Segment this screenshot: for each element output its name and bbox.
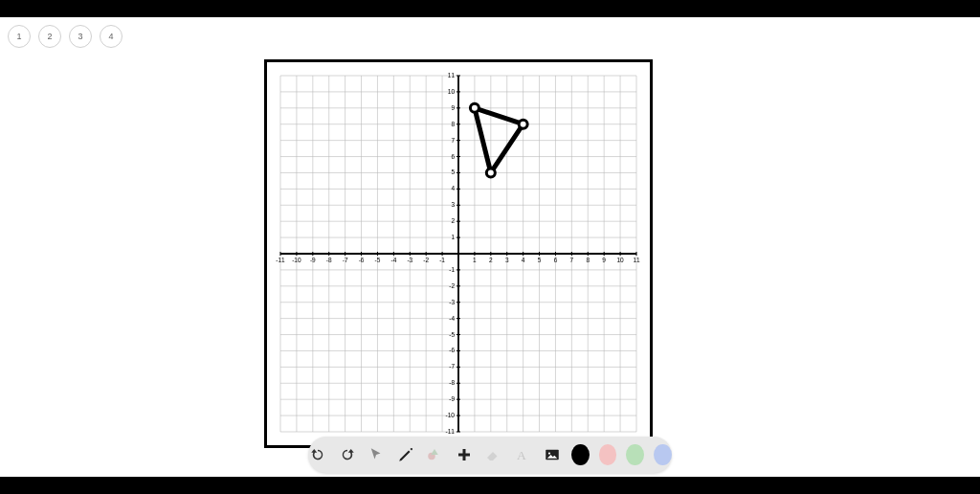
svg-text:-11: -11 (276, 257, 285, 263)
svg-point-138 (519, 120, 527, 128)
svg-text:10: 10 (616, 257, 624, 263)
page-button-2[interactable]: 2 (38, 25, 61, 48)
svg-text:11: 11 (633, 257, 640, 263)
redo-icon (339, 446, 356, 463)
svg-text:7: 7 (451, 137, 455, 144)
page-button-4[interactable]: 4 (100, 25, 122, 48)
redo-button[interactable] (338, 443, 358, 466)
shapes-icon (426, 446, 443, 463)
svg-text:-2: -2 (423, 257, 429, 263)
svg-text:9: 9 (602, 257, 606, 263)
svg-text:-7: -7 (449, 363, 455, 370)
svg-text:-3: -3 (407, 257, 412, 263)
svg-text:6: 6 (554, 257, 558, 263)
select-button[interactable] (367, 443, 387, 466)
svg-point-139 (486, 168, 495, 177)
svg-text:5: 5 (538, 257, 542, 263)
page-navigation: 1 2 3 4 (8, 25, 122, 48)
text-icon: A (514, 446, 531, 463)
pencil-icon (397, 446, 414, 463)
color-blue[interactable] (654, 444, 672, 465)
svg-text:-7: -7 (343, 257, 348, 263)
erase-button[interactable] (483, 443, 503, 466)
svg-text:A: A (517, 448, 526, 462)
svg-text:-11: -11 (446, 428, 456, 435)
svg-text:8: 8 (451, 121, 455, 127)
shapes-button[interactable] (425, 443, 445, 466)
page-button-3[interactable]: 3 (69, 25, 92, 48)
svg-text:4: 4 (451, 185, 455, 191)
letterbox-top (0, 0, 980, 17)
coordinate-grid[interactable]: -11-10-9-8-7-6-5-4-3-2-11234567891011-11… (264, 59, 653, 448)
page-button-1[interactable]: 1 (8, 25, 31, 48)
svg-text:-8: -8 (326, 257, 332, 263)
svg-text:-1: -1 (449, 266, 455, 273)
color-pink[interactable] (599, 444, 617, 465)
color-green[interactable] (626, 444, 644, 465)
svg-text:10: 10 (448, 88, 456, 95)
svg-text:9: 9 (451, 104, 455, 111)
svg-text:-5: -5 (375, 257, 381, 263)
letterbox-bottom (0, 477, 980, 494)
text-button[interactable]: A (513, 443, 533, 466)
svg-text:1: 1 (451, 234, 455, 240)
image-button[interactable] (542, 443, 562, 466)
svg-text:5: 5 (451, 168, 455, 175)
svg-text:8: 8 (586, 257, 590, 263)
svg-text:-5: -5 (449, 331, 455, 338)
svg-text:3: 3 (451, 201, 455, 208)
svg-text:-3: -3 (449, 299, 455, 305)
add-button[interactable] (455, 443, 475, 466)
svg-text:6: 6 (451, 153, 455, 160)
svg-text:2: 2 (451, 217, 455, 224)
svg-text:-4: -4 (390, 257, 396, 263)
svg-point-143 (547, 452, 549, 454)
svg-point-137 (470, 103, 479, 112)
svg-text:11: 11 (448, 72, 456, 79)
grid-svg[interactable]: -11-10-9-8-7-6-5-4-3-2-11234567891011-11… (267, 62, 650, 445)
image-icon (544, 446, 561, 463)
svg-text:-1: -1 (439, 257, 445, 263)
svg-text:1: 1 (473, 257, 477, 263)
svg-text:-6: -6 (359, 257, 365, 263)
svg-text:7: 7 (570, 257, 574, 263)
plus-icon (456, 446, 473, 463)
drawing-toolbar: A (308, 437, 672, 473)
svg-text:-9: -9 (310, 257, 316, 263)
svg-text:-2: -2 (449, 282, 455, 289)
cursor-icon (368, 446, 385, 463)
undo-button[interactable] (308, 443, 328, 466)
svg-text:4: 4 (522, 257, 525, 263)
pencil-button[interactable] (396, 443, 416, 466)
svg-text:3: 3 (505, 257, 509, 263)
svg-text:-9: -9 (449, 395, 455, 402)
color-black[interactable] (571, 444, 590, 465)
svg-text:-8: -8 (449, 379, 455, 386)
svg-text:-4: -4 (449, 315, 455, 322)
svg-text:-10: -10 (292, 257, 301, 263)
undo-icon (309, 446, 326, 463)
svg-text:-10: -10 (446, 412, 456, 418)
svg-text:-6: -6 (449, 347, 455, 353)
eraser-icon (484, 446, 501, 463)
svg-text:2: 2 (489, 257, 493, 263)
